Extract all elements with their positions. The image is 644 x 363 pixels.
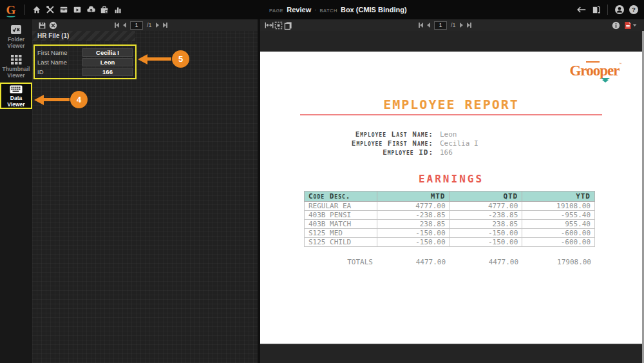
cancel-icon[interactable] bbox=[48, 21, 58, 30]
data-viewer-panel: /1 HR File (1) First Name Cecilia I Last… bbox=[32, 19, 258, 363]
save-icon[interactable] bbox=[37, 21, 47, 30]
next-page-icon[interactable] bbox=[156, 23, 159, 28]
document-viewer-panel: /1 Grooper™ EMPL bbox=[260, 19, 644, 363]
info-row: Employee Last Name: Leon bbox=[260, 130, 642, 139]
id-field[interactable]: 166 bbox=[82, 68, 133, 76]
user-icon[interactable] bbox=[614, 5, 625, 15]
info-icon[interactable] bbox=[611, 21, 621, 30]
field-row: First Name Cecilia I bbox=[37, 48, 133, 57]
process-box-icon[interactable] bbox=[72, 5, 82, 15]
divider bbox=[607, 5, 608, 15]
table-row: 403B PENSI -238.85 -238.85 -955.40 bbox=[305, 211, 595, 220]
page-count: /1 bbox=[147, 22, 152, 28]
cloud-upload-icon[interactable] bbox=[86, 5, 96, 15]
column-header: YTD bbox=[522, 191, 595, 202]
earnings-table: Code Desc. MTD QTD YTD REGULAR EA 4777.0… bbox=[304, 191, 595, 247]
annotation-arrow-5 bbox=[138, 54, 147, 64]
batch-value[interactable]: Box (CMIS Binding) bbox=[341, 6, 407, 14]
divider bbox=[24, 5, 25, 15]
info-row: Employee ID: 166 bbox=[260, 148, 642, 157]
breadcrumb: PAGE Review · BATCH Box (CMIS Binding) bbox=[269, 6, 407, 14]
first-name-field[interactable]: Cecilia I bbox=[82, 48, 133, 57]
rail-item-label: ThumbnailViewer bbox=[3, 66, 30, 79]
last-name-field[interactable]: Leon bbox=[82, 58, 133, 66]
sidebar-item-folder-viewer[interactable]: FolderViewer bbox=[0, 22, 32, 51]
info-row: Employee First Name: Cecilia I bbox=[260, 139, 642, 148]
page-value[interactable]: Review bbox=[287, 6, 311, 14]
prev-page-icon[interactable] bbox=[123, 23, 126, 28]
archive-box-icon[interactable] bbox=[59, 5, 69, 15]
totals-label: TOTALS bbox=[304, 258, 377, 266]
viewer-rail: FolderViewer ThumbnailViewer DataViewer bbox=[0, 19, 32, 363]
document-pager: /1 bbox=[419, 19, 471, 31]
last-page-icon[interactable] bbox=[467, 23, 471, 28]
document-canvas[interactable]: Grooper™ EMPLOYEE REPORT Employee Last N… bbox=[260, 31, 644, 363]
totals-row: TOTALS 4477.00 4477.00 17908.00 bbox=[304, 258, 595, 266]
grooper-review-window: G bbox=[0, 0, 644, 363]
prev-page-icon[interactable] bbox=[427, 23, 430, 28]
grooper-document-logo: Grooper™ bbox=[569, 62, 621, 79]
grooper-logo[interactable]: G bbox=[0, 0, 22, 19]
batch-pages-icon[interactable] bbox=[591, 5, 601, 15]
folder-pager: /1 bbox=[115, 19, 167, 31]
select-region-icon[interactable] bbox=[274, 21, 283, 30]
rail-item-label: DataViewer bbox=[7, 95, 24, 108]
grooper-logo-chevrons bbox=[601, 78, 610, 83]
info-value: Cecilia I bbox=[433, 139, 478, 148]
data-viewer-icon bbox=[10, 85, 23, 93]
page-label: PAGE bbox=[269, 8, 283, 14]
document-title: EMPLOYEE REPORT bbox=[260, 97, 642, 112]
sidebar-item-data-viewer[interactable]: DataViewer bbox=[0, 83, 32, 109]
extracted-fields-highlight: First Name Cecilia I Last Name Leon ID 1… bbox=[33, 44, 137, 79]
totals-mtd: 4477.00 bbox=[377, 258, 450, 266]
page-count: /1 bbox=[451, 22, 456, 28]
column-header: MTD bbox=[377, 191, 450, 202]
data-panel-toolbar: /1 bbox=[32, 19, 258, 31]
table-row: 403B MATCH 238.85 238.85 955.40 bbox=[305, 220, 595, 229]
document-panel-toolbar: /1 bbox=[260, 19, 644, 31]
batch-label: BATCH bbox=[320, 8, 337, 14]
svg-text:?: ? bbox=[632, 6, 636, 13]
field-row: ID 166 bbox=[37, 67, 133, 76]
first-page-icon[interactable] bbox=[419, 23, 423, 28]
totals-qtd: 4477.00 bbox=[450, 258, 522, 266]
totals-ytd: 17908.00 bbox=[522, 258, 595, 266]
sidebar-item-thumbnail-viewer[interactable]: ThumbnailViewer bbox=[0, 52, 32, 81]
employee-info: Employee Last Name: Leon Employee First … bbox=[260, 130, 642, 157]
last-page-icon[interactable] bbox=[163, 23, 167, 28]
annotation-badge-4: 4 bbox=[70, 91, 88, 108]
rail-item-label: FolderViewer bbox=[7, 36, 24, 49]
page-number-input[interactable] bbox=[130, 21, 143, 30]
first-page-icon[interactable] bbox=[115, 23, 119, 28]
table-header-row: Code Desc. MTD QTD YTD bbox=[305, 191, 595, 202]
info-label: Employee ID: bbox=[260, 148, 433, 157]
help-icon[interactable]: ? bbox=[629, 5, 639, 15]
tools-icon[interactable] bbox=[45, 5, 55, 15]
back-arrow-icon[interactable] bbox=[576, 5, 587, 15]
column-header: QTD bbox=[450, 191, 522, 202]
folder-viewer-icon bbox=[10, 25, 22, 35]
field-label: ID bbox=[37, 68, 82, 75]
fit-width-icon[interactable] bbox=[264, 21, 274, 30]
bar-chart-icon[interactable] bbox=[113, 5, 123, 15]
page-number-input[interactable] bbox=[434, 21, 447, 30]
info-label: Employee Last Name: bbox=[260, 130, 433, 139]
grooper-logo-swoosh bbox=[6, 14, 15, 17]
field-label: First Name bbox=[37, 49, 82, 56]
next-page-icon[interactable] bbox=[460, 23, 463, 28]
column-header: Code Desc. bbox=[305, 191, 377, 202]
briefcase-clock-icon[interactable] bbox=[99, 5, 109, 15]
table-row: S125 CHILD -150.00 -150.00 -600.00 bbox=[305, 238, 595, 247]
document-page[interactable]: Grooper™ EMPLOYEE REPORT Employee Last N… bbox=[260, 52, 642, 344]
folder-node-hr-file[interactable]: HR File (1) bbox=[32, 31, 135, 41]
table-row: S125 MED -150.00 -150.00 -600.00 bbox=[305, 229, 595, 238]
earnings-title: EARNINGS bbox=[260, 173, 642, 185]
top-bar: G bbox=[0, 0, 644, 19]
export-pdf-icon[interactable] bbox=[623, 21, 638, 30]
top-right-icons: ? bbox=[576, 5, 639, 15]
pages-icon[interactable] bbox=[283, 21, 293, 30]
annotation-badge-5: 5 bbox=[172, 50, 189, 68]
home-icon[interactable] bbox=[32, 5, 42, 15]
table-row: REGULAR EA 4777.00 4777.00 19108.00 bbox=[305, 202, 595, 211]
field-row: Last Name Leon bbox=[37, 57, 133, 66]
